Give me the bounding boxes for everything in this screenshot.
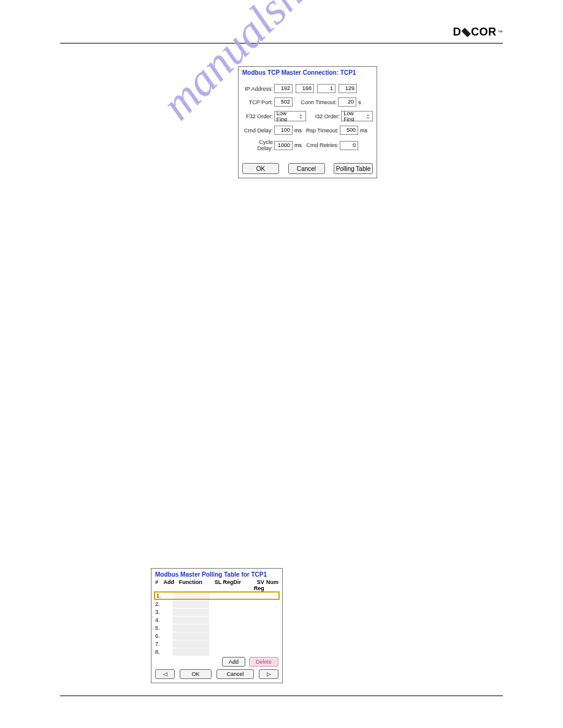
row-number: 7. bbox=[155, 641, 160, 647]
i32-order-value: Low First bbox=[343, 110, 366, 123]
row-number: 4. bbox=[155, 617, 160, 623]
i32-order-label: I32 Order: bbox=[306, 113, 342, 119]
col-function: Function bbox=[179, 579, 215, 591]
cmd-delay-unit: ms bbox=[293, 127, 302, 134]
polling-row[interactable]: 6. bbox=[151, 632, 282, 640]
spinner-icon: ▲▼ bbox=[366, 113, 370, 119]
ip-octet-1-input[interactable]: 192 bbox=[274, 84, 293, 93]
f32-order-label: F32 Order: bbox=[242, 113, 274, 119]
row-number: 2. bbox=[155, 601, 160, 607]
conn-timeout-input[interactable]: 20 bbox=[338, 97, 356, 107]
polling-row[interactable]: 7. bbox=[151, 640, 282, 648]
f32-order-value: Low First bbox=[277, 110, 299, 123]
i32-order-select[interactable]: Low First ▲▼ bbox=[341, 111, 373, 121]
row-number: 6. bbox=[155, 633, 160, 639]
dialog1-title: Modbus TCP Master Connection: TCP1 bbox=[239, 67, 377, 77]
cancel-button[interactable]: Cancel bbox=[288, 163, 325, 174]
add-button[interactable]: Add bbox=[222, 657, 245, 667]
brand-text-2: COR bbox=[471, 26, 497, 39]
function-cell-blank bbox=[172, 616, 209, 624]
polling-table-header: # Add Function SL Reg Dir SV Reg Num bbox=[151, 579, 282, 591]
polling-row[interactable]: 5. bbox=[151, 624, 282, 632]
rsp-timeout-unit: ms bbox=[358, 127, 367, 134]
row-number: 5. bbox=[155, 625, 160, 631]
function-cell-blank bbox=[172, 624, 209, 632]
function-cell-blank bbox=[172, 609, 209, 616]
spinner-icon: ▲▼ bbox=[299, 113, 304, 119]
polling-row-selected[interactable]: 1. bbox=[154, 591, 280, 600]
col-numr: Num bbox=[264, 579, 278, 591]
polling-row[interactable]: 3. bbox=[151, 608, 282, 616]
f32-order-select[interactable]: Low First ▲▼ bbox=[274, 111, 306, 121]
tcp-port-input[interactable]: 502 bbox=[274, 97, 293, 107]
col-svreg: SV Reg bbox=[245, 579, 264, 591]
polling-row[interactable]: 4. bbox=[151, 616, 282, 624]
modbus-tcp-master-dialog: Modbus TCP Master Connection: TCP1 IP Ad… bbox=[238, 66, 377, 178]
row-number: 8. bbox=[155, 649, 160, 655]
trademark-symbol: ™ bbox=[498, 29, 504, 35]
function-cell-blank bbox=[174, 593, 210, 599]
polling-row[interactable]: 8. bbox=[151, 648, 282, 656]
ok-button[interactable]: OK bbox=[242, 163, 279, 174]
brand-logo: D COR ™ bbox=[453, 26, 504, 39]
cmd-delay-label: Cmd Delay: bbox=[242, 127, 274, 134]
tcp-port-label: TCP Port: bbox=[242, 99, 274, 105]
delete-button[interactable]: Delete bbox=[249, 657, 278, 667]
prev-button[interactable]: ◁ bbox=[155, 669, 175, 679]
brand-text-1: D bbox=[453, 26, 462, 39]
row-number: 1. bbox=[156, 593, 161, 599]
cancel-button[interactable]: Cancel bbox=[216, 669, 254, 679]
ip-address-label: IP Address: bbox=[242, 86, 274, 92]
polling-table-dialog: Modbus Master Polling Table for TCP1 # A… bbox=[151, 568, 283, 683]
ip-octet-2-input[interactable]: 168 bbox=[296, 84, 314, 93]
conn-timeout-label: Conn Timeout: bbox=[293, 99, 338, 105]
header-divider bbox=[60, 43, 503, 44]
cmd-retries-input[interactable]: 0 bbox=[340, 141, 358, 150]
col-num: # bbox=[155, 579, 164, 591]
rsp-timeout-label: Rsp Timeout: bbox=[302, 127, 340, 134]
function-cell-blank bbox=[172, 648, 209, 656]
function-cell-blank bbox=[172, 640, 209, 648]
cmd-delay-input[interactable]: 100 bbox=[274, 126, 293, 135]
rsp-timeout-input[interactable]: 500 bbox=[340, 126, 358, 135]
col-dir: Dir bbox=[234, 579, 245, 591]
conn-timeout-unit: s bbox=[356, 99, 361, 105]
cycle-delay-input[interactable]: 1000 bbox=[274, 141, 293, 150]
cycle-delay-unit: ms bbox=[293, 142, 302, 148]
polling-row[interactable]: 2. bbox=[151, 600, 282, 608]
polling-table-button[interactable]: Polling Table bbox=[334, 163, 373, 174]
col-slreg: SL Reg bbox=[215, 579, 234, 591]
dialog2-title: Modbus Master Polling Table for TCP1 bbox=[151, 569, 282, 579]
brand-cube-icon bbox=[461, 28, 470, 37]
footer-divider bbox=[60, 696, 503, 696]
cmd-retries-label: Cmd Retries: bbox=[302, 142, 340, 148]
ok-button[interactable]: OK bbox=[180, 669, 212, 679]
col-add: Add bbox=[164, 579, 179, 591]
function-cell-blank bbox=[172, 601, 209, 608]
row-number: 3. bbox=[155, 609, 160, 615]
next-button[interactable]: ▷ bbox=[259, 669, 278, 679]
cycle-delay-label: Cycle Delay: bbox=[242, 139, 274, 151]
function-cell-blank bbox=[172, 632, 209, 640]
ip-octet-3-input[interactable]: 1 bbox=[317, 84, 335, 93]
ip-octet-4-input[interactable]: 129 bbox=[339, 84, 357, 93]
